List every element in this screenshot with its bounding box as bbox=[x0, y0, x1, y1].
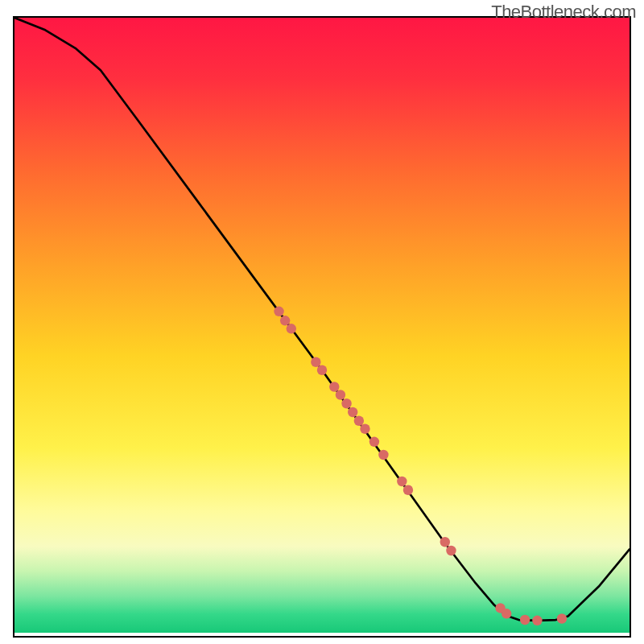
data-point bbox=[446, 546, 456, 555]
data-point bbox=[341, 398, 351, 408]
data-point bbox=[520, 615, 530, 625]
data-point bbox=[348, 407, 357, 417]
data-point bbox=[557, 613, 567, 623]
data-points-group bbox=[274, 307, 567, 625]
data-point bbox=[354, 415, 364, 425]
chart-svg bbox=[14, 18, 630, 636]
bottleneck-curve bbox=[14, 18, 630, 621]
data-point bbox=[274, 307, 283, 316]
data-point bbox=[440, 537, 450, 547]
data-point bbox=[287, 324, 296, 333]
data-point bbox=[403, 485, 413, 495]
chart-container: TheBottleneck.com bbox=[0, 0, 644, 644]
data-point bbox=[360, 423, 369, 433]
data-point bbox=[369, 437, 379, 447]
data-point bbox=[311, 357, 320, 367]
data-point bbox=[502, 609, 511, 618]
data-point bbox=[397, 477, 407, 486]
data-point bbox=[317, 365, 327, 375]
watermark-text: TheBottleneck.com bbox=[491, 2, 636, 23]
data-point bbox=[280, 316, 290, 325]
data-point bbox=[378, 450, 388, 460]
data-point bbox=[532, 616, 542, 625]
plot-area bbox=[13, 16, 631, 638]
data-point bbox=[336, 390, 345, 399]
data-point bbox=[329, 382, 339, 391]
